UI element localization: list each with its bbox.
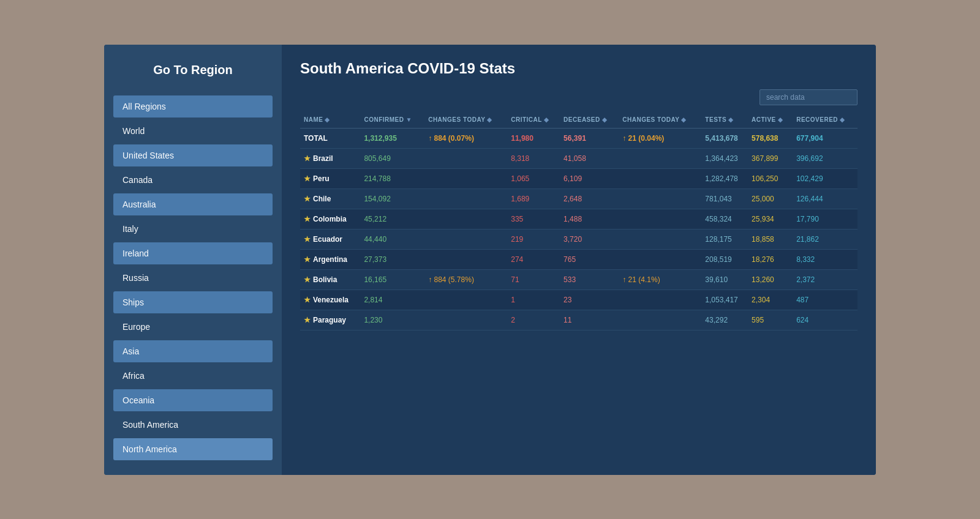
col-header-confirmed[interactable]: CONFIRMED▼ — [360, 111, 424, 129]
col-header-critical[interactable]: CRITICAL◆ — [507, 111, 560, 129]
sidebar-item-world[interactable]: World — [113, 120, 273, 142]
sort-icon-tests: ◆ — [728, 116, 734, 123]
sidebar-item-north-america[interactable]: North America — [113, 438, 273, 460]
table-row[interactable]: ★Argentina27,373274765208,51918,2768,332 — [300, 249, 858, 269]
star-icon: ★ — [304, 215, 311, 223]
country-name: Chile — [313, 195, 331, 203]
table-head: NAME◆CONFIRMED▼CHANGES TODAY◆CRITICAL◆DE… — [300, 111, 858, 129]
country-name: Paraguay — [313, 316, 346, 324]
sort-icon-active: ◆ — [778, 116, 783, 123]
sidebar-item-south-america[interactable]: South America — [113, 414, 273, 436]
sidebar-item-canada[interactable]: Canada — [113, 169, 273, 191]
sidebar-item-oceania[interactable]: Oceania — [113, 389, 273, 411]
col-header-recovered[interactable]: RECOVERED◆ — [793, 111, 858, 129]
col-header-changes_today_deceased[interactable]: CHANGES TODAY◆ — [619, 111, 701, 129]
sort-icon-changes_today_confirmed: ◆ — [487, 116, 492, 123]
country-name: Ecuador — [313, 235, 342, 244]
sidebar-items: All RegionsWorldUnited StatesCanadaAustr… — [113, 95, 273, 460]
star-icon: ★ — [304, 275, 311, 284]
table-row[interactable]: ★Venezuela2,8141231,053,4172,304487 — [300, 289, 858, 310]
page-title: South America COVID-19 Stats — [300, 60, 858, 77]
col-header-changes_today_confirmed[interactable]: CHANGES TODAY◆ — [424, 111, 507, 129]
table-row[interactable]: ★Chile154,0921,6892,648781,04325,000126,… — [300, 189, 858, 209]
star-icon: ★ — [304, 255, 311, 264]
sidebar-item-russia[interactable]: Russia — [113, 267, 273, 289]
col-header-deceased[interactable]: DECEASED◆ — [560, 111, 619, 129]
col-header-active[interactable]: ACTIVE◆ — [748, 111, 793, 129]
table-row[interactable]: ★Paraguay1,23021143,292595624 — [300, 310, 858, 330]
star-icon: ★ — [304, 316, 311, 324]
sidebar-item-ships[interactable]: Ships — [113, 291, 273, 313]
star-icon: ★ — [304, 235, 311, 244]
country-name: Venezuela — [313, 296, 349, 304]
sidebar: Go To Region All RegionsWorldUnited Stat… — [104, 45, 282, 475]
country-name: Colombia — [313, 215, 347, 223]
country-name: Brazil — [313, 154, 333, 163]
table-row[interactable]: ★Brazil805,6498,31841,0581,364,423367,89… — [300, 148, 858, 168]
star-icon: ★ — [304, 296, 311, 304]
country-name: Peru — [313, 174, 330, 183]
main-content: South America COVID-19 Stats NAME◆CONFIR… — [282, 45, 876, 475]
country-name: Argentina — [313, 255, 347, 264]
sidebar-item-africa[interactable]: Africa — [113, 365, 273, 387]
table-body: TOTAL1,312,935↑ 884 (0.07%)11,98056,391↑… — [300, 128, 858, 330]
sort-icon-deceased: ◆ — [602, 116, 608, 123]
search-container — [300, 89, 858, 105]
sort-icon-confirmed: ▼ — [406, 116, 412, 123]
sidebar-item-ireland[interactable]: Ireland — [113, 242, 273, 264]
sidebar-item-all-regions[interactable]: All Regions — [113, 95, 273, 118]
sidebar-item-europe[interactable]: Europe — [113, 316, 273, 338]
sort-icon-recovered: ◆ — [840, 116, 845, 123]
sidebar-item-united-states[interactable]: United States — [113, 144, 273, 166]
table-row[interactable]: ★Bolivia16,165↑ 884 (5.78%)71533↑ 21 (4.… — [300, 269, 858, 289]
table-row[interactable]: ★Colombia45,2123351,488458,32425,93417,7… — [300, 209, 858, 229]
sidebar-item-asia[interactable]: Asia — [113, 340, 273, 362]
star-icon: ★ — [304, 154, 311, 163]
sidebar-item-australia[interactable]: Australia — [113, 193, 273, 215]
country-name: Bolivia — [313, 275, 337, 284]
sort-icon-critical: ◆ — [544, 116, 549, 123]
sort-icon-name: ◆ — [325, 116, 330, 123]
star-icon: ★ — [304, 174, 311, 183]
col-header-name[interactable]: NAME◆ — [300, 111, 360, 129]
sidebar-title: Go To Region — [113, 57, 273, 83]
sort-icon-changes_today_deceased: ◆ — [681, 116, 687, 123]
app-container: Go To Region All RegionsWorldUnited Stat… — [104, 45, 876, 475]
sidebar-item-italy[interactable]: Italy — [113, 218, 273, 240]
search-input[interactable] — [760, 89, 858, 105]
star-icon: ★ — [304, 195, 311, 203]
data-table: NAME◆CONFIRMED▼CHANGES TODAY◆CRITICAL◆DE… — [300, 111, 858, 330]
table-row[interactable]: ★Ecuador44,4402193,720128,17518,85821,86… — [300, 229, 858, 249]
col-header-tests[interactable]: TESTS◆ — [701, 111, 748, 129]
total-row: TOTAL1,312,935↑ 884 (0.07%)11,98056,391↑… — [300, 128, 858, 148]
table-row[interactable]: ★Peru214,7881,0656,1091,282,478106,25010… — [300, 168, 858, 189]
